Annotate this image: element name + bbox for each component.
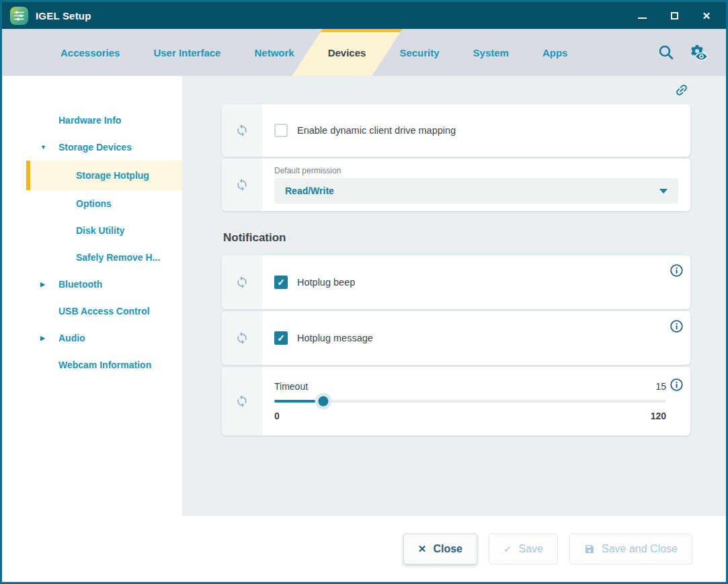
sidebar: Hardware Info ▼Storage Devices Storage H…	[2, 76, 182, 516]
reset-icon	[235, 178, 249, 192]
app-logo-icon	[10, 7, 28, 25]
timeout-slider[interactable]	[274, 400, 666, 403]
tab-apps[interactable]: Apps	[526, 29, 585, 76]
timeout-row: Timeout 15 0 120	[222, 367, 690, 435]
close-window-button[interactable]: ✕	[700, 9, 713, 22]
timeout-min: 0	[274, 411, 280, 421]
drive-mapping-checkbox[interactable]	[274, 124, 288, 137]
sidebar-item-disk-utility[interactable]: Disk Utility	[2, 217, 182, 244]
hotplug-beep-label: Hotplug beep	[297, 277, 355, 288]
timeout-value: 15	[655, 381, 666, 392]
close-x-icon: ✕	[418, 543, 427, 555]
title-bar: IGEL Setup ✕	[2, 2, 726, 29]
save-button[interactable]: ✓ Save	[489, 534, 558, 565]
close-button[interactable]: ✕ Close	[403, 534, 477, 565]
reset-to-default-button[interactable]	[222, 367, 262, 435]
chevron-right-icon[interactable]: ▶	[40, 335, 45, 341]
default-permission-label: Default permission	[274, 166, 678, 175]
sidebar-item-options[interactable]: Options	[2, 190, 182, 217]
settings-panel: Enable dynamic client drive mapping Defa…	[182, 76, 726, 516]
tab-bar: Accessories User Interface Network Devic…	[2, 29, 726, 76]
reset-to-default-button[interactable]	[222, 159, 262, 211]
tab-security[interactable]: Security	[382, 29, 456, 76]
sidebar-item-storage-devices[interactable]: ▼Storage Devices	[2, 134, 182, 161]
tab-accessories[interactable]: Accessories	[44, 29, 136, 76]
default-permission-row: Default permission Read/Write	[222, 159, 690, 211]
dropdown-arrow-icon	[659, 189, 668, 194]
sidebar-item-safely-remove[interactable]: Safely Remove H...	[2, 244, 182, 271]
selected-permission-value: Read/Write	[285, 185, 334, 196]
hotplug-message-checkbox[interactable]: ✓	[274, 331, 288, 345]
footer-bar: ✕ Close ✓ Save Save and Close	[2, 516, 726, 582]
copy-link-icon[interactable]	[671, 79, 692, 100]
minimize-icon	[638, 17, 647, 19]
hotplug-message-label: Hotplug message	[297, 333, 373, 343]
reset-to-default-button[interactable]	[222, 311, 262, 365]
minimize-button[interactable]	[636, 9, 648, 22]
igel-setup-window: IGEL Setup ✕ Accessories User Interface …	[0, 0, 728, 584]
window-controls: ✕	[636, 9, 718, 22]
info-icon[interactable]	[670, 263, 684, 278]
sidebar-item-audio[interactable]: ▶Audio	[2, 325, 182, 351]
check-icon: ✓	[503, 543, 512, 555]
reset-to-default-button[interactable]	[222, 255, 262, 309]
timeout-label: Timeout	[274, 381, 308, 392]
tab-user-interface[interactable]: User Interface	[136, 29, 237, 76]
hotplug-beep-checkbox[interactable]: ✓	[274, 276, 288, 289]
tab-devices[interactable]: Devices	[311, 29, 383, 76]
reset-to-default-button[interactable]	[222, 104, 262, 157]
sidebar-item-storage-hotplug[interactable]: Storage Hotplug	[26, 161, 182, 190]
timeout-slider-thumb[interactable]	[318, 397, 328, 407]
info-icon[interactable]	[670, 378, 684, 392]
window-title: IGEL Setup	[36, 10, 91, 22]
sidebar-item-hardware-info[interactable]: Hardware Info	[2, 107, 182, 134]
reset-icon	[235, 124, 249, 137]
floppy-disk-icon	[584, 544, 595, 554]
expert-mode-gear-eye-icon[interactable]	[687, 43, 709, 62]
tab-system[interactable]: System	[456, 29, 526, 76]
reset-icon	[235, 394, 249, 408]
hotplug-message-row: ✓ Hotplug message	[222, 311, 690, 365]
hotplug-beep-row: ✓ Hotplug beep	[222, 255, 690, 309]
timeout-slider-fill	[274, 400, 323, 403]
info-icon[interactable]	[670, 319, 684, 333]
sidebar-item-bluetooth[interactable]: ▶Bluetooth	[2, 271, 182, 298]
notification-section-title: Notification	[223, 231, 690, 245]
chevron-down-icon[interactable]: ▼	[40, 144, 46, 151]
timeout-max: 120	[651, 411, 666, 421]
drive-mapping-row: Enable dynamic client drive mapping	[222, 104, 690, 157]
sidebar-item-usb-access-control[interactable]: USB Access Control	[2, 298, 182, 325]
reset-icon	[235, 331, 249, 345]
default-permission-select[interactable]: Read/Write	[274, 178, 678, 204]
maximize-button[interactable]	[668, 9, 680, 22]
save-and-close-button[interactable]: Save and Close	[569, 534, 692, 565]
close-icon: ✕	[702, 11, 711, 21]
search-icon[interactable]	[657, 44, 675, 61]
reset-icon	[235, 276, 249, 289]
chevron-right-icon[interactable]: ▶	[40, 281, 45, 288]
sidebar-item-webcam-information[interactable]: Webcam Information	[2, 351, 182, 378]
maximize-icon	[671, 12, 678, 19]
drive-mapping-label: Enable dynamic client drive mapping	[297, 125, 456, 136]
